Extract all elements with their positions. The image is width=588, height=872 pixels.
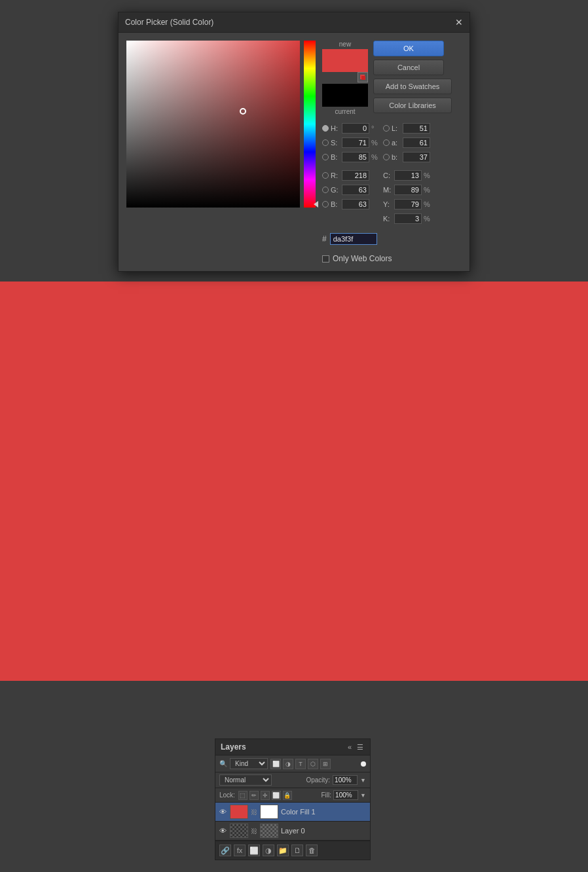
lock-paint-icon[interactable]: ✏	[249, 791, 259, 800]
L-radio[interactable]	[383, 125, 390, 132]
new-label: new	[339, 41, 351, 48]
y-input[interactable]	[394, 199, 422, 209]
kind-icons: ⬜ ◑ T ⬡ ⊞	[270, 759, 331, 769]
color-field[interactable]	[126, 41, 300, 208]
layers-menu-button[interactable]: ☰	[356, 743, 365, 752]
ok-button[interactable]: OK	[373, 41, 444, 56]
lock-artboard-icon[interactable]: ⬜	[272, 791, 281, 800]
b2-input[interactable]	[342, 199, 369, 209]
adjustment-layer-button[interactable]: ◑	[263, 845, 274, 856]
kind-text-icon[interactable]: T	[295, 759, 306, 769]
layer-row-color-fill[interactable]: 👁 ⛓ Color Fill 1	[215, 803, 370, 822]
kind-shape-icon[interactable]: ⬡	[308, 759, 318, 769]
group-layers-button[interactable]: 📁	[277, 845, 289, 856]
c-label: C:	[383, 172, 392, 179]
b2-radio[interactable]	[322, 201, 329, 208]
g-row: G:	[322, 183, 378, 196]
kind-smart-icon[interactable]: ⊞	[320, 759, 331, 769]
s-radio[interactable]	[322, 139, 329, 146]
layers-collapse-button[interactable]: «	[346, 743, 353, 752]
L-input[interactable]	[403, 123, 430, 134]
lock-move-icon[interactable]: ✛	[261, 791, 270, 800]
layer-name-layer0: Layer 0	[281, 827, 367, 835]
link-layers-button[interactable]: 🔗	[219, 845, 231, 856]
color-libraries-button[interactable]: Color Libraries	[373, 98, 452, 113]
visibility-eye-layer0[interactable]: 👁	[218, 826, 227, 835]
b-radio[interactable]	[322, 154, 329, 160]
y-unit: %	[424, 200, 430, 208]
color-preview-new[interactable]	[322, 49, 368, 72]
g-radio[interactable]	[322, 187, 329, 193]
m-label: M:	[383, 186, 392, 194]
a-radio[interactable]	[383, 139, 390, 146]
lock-all-icon[interactable]: 🔒	[283, 791, 292, 800]
opacity-chevron-icon[interactable]: ▼	[360, 777, 366, 784]
m-unit: %	[424, 186, 430, 194]
L-label: L:	[392, 124, 401, 132]
new-layer-button[interactable]: 🗋	[291, 845, 303, 856]
hue-arrow	[314, 201, 318, 208]
kind-select[interactable]: Kind	[230, 758, 268, 769]
hex-hash: #	[322, 234, 327, 244]
blab-input[interactable]	[403, 152, 430, 162]
hue-spectrum[interactable]	[304, 41, 316, 208]
blab-radio[interactable]	[383, 154, 390, 160]
kind-adjust-icon[interactable]: ◑	[283, 759, 293, 769]
web-colors-label: Only Web Colors	[333, 254, 392, 263]
color-picker-dialog: Color Picker (Solid Color) ✕	[118, 12, 470, 272]
r-input[interactable]	[342, 170, 369, 181]
hex-input[interactable]	[330, 233, 377, 245]
delete-layer-button[interactable]: 🗑	[306, 845, 318, 856]
s-label: S:	[331, 139, 340, 147]
color-field-wrap[interactable]	[126, 41, 300, 208]
hex-row: #	[322, 233, 462, 245]
m-row: M: %	[383, 183, 430, 196]
b-input[interactable]	[342, 152, 369, 162]
b2-row: B:	[322, 198, 378, 211]
visibility-eye-color-fill[interactable]: 👁	[218, 807, 227, 816]
lock-pixels-icon[interactable]: ⬚	[238, 791, 248, 800]
k-input[interactable]	[394, 213, 422, 224]
r-radio[interactable]	[322, 172, 329, 179]
layer-row-layer0[interactable]: 👁 ⛓ Layer 0	[215, 822, 370, 841]
kind-pixel-icon[interactable]: ⬜	[270, 759, 281, 769]
b-label: B:	[331, 153, 340, 161]
layers-header-controls: « ☰	[346, 743, 365, 752]
color-gradient-overlay	[126, 41, 300, 208]
fill-input[interactable]	[333, 790, 358, 800]
svg-rect-1	[361, 76, 365, 80]
y-row: Y: %	[383, 198, 430, 211]
layers-title: Layers	[221, 742, 246, 752]
web-colors-row: Only Web Colors	[322, 254, 462, 263]
opacity-input[interactable]	[333, 775, 358, 785]
c-input[interactable]	[394, 170, 422, 181]
hue-spectrum-wrap[interactable]	[304, 41, 316, 208]
cancel-button[interactable]: Cancel	[373, 60, 444, 75]
opacity-label: Opacity:	[306, 776, 330, 784]
layer-effects-button[interactable]: fx	[234, 845, 246, 856]
h-input[interactable]	[342, 123, 369, 134]
m-input[interactable]	[394, 185, 422, 195]
g-input[interactable]	[342, 185, 369, 195]
blab-row: b:	[383, 151, 430, 164]
layer-thumb-color-fill	[230, 805, 248, 819]
h-radio[interactable]	[322, 125, 329, 132]
add-mask-button[interactable]: ⬜	[248, 845, 260, 856]
layers-header: Layers « ☰	[215, 739, 370, 755]
lock-label: Lock:	[219, 791, 235, 799]
fill-chevron-icon[interactable]: ▼	[360, 792, 366, 799]
layer-mask-color-fill	[260, 805, 278, 819]
b-row: B: %	[322, 151, 378, 164]
dialog-close-button[interactable]: ✕	[455, 18, 463, 27]
web-colors-checkbox[interactable]	[322, 255, 329, 263]
layer-name-color-fill: Color Fill 1	[281, 808, 367, 816]
blend-mode-select[interactable]: Normal	[219, 774, 272, 786]
s-input[interactable]	[342, 137, 369, 148]
a-input[interactable]	[403, 137, 430, 148]
r-label: R:	[331, 172, 340, 179]
h-label: H:	[331, 124, 340, 132]
lock-fill-row: Lock: ⬚ ✏ ✛ ⬜ 🔒 Fill: ▼	[215, 788, 370, 803]
color-preview-current[interactable]	[322, 84, 368, 107]
dialog-body: new current	[119, 33, 469, 271]
add-to-swatches-button[interactable]: Add to Swatches	[373, 79, 452, 94]
